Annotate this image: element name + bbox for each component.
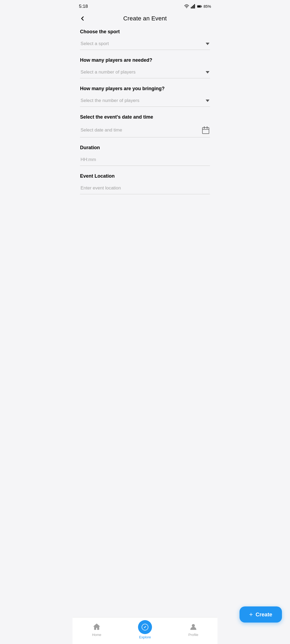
players-needed-section: How many players are needed? Select a nu… [80, 57, 210, 78]
battery-percentage: 85% [204, 4, 211, 9]
duration-input[interactable] [80, 154, 210, 166]
svg-rect-6 [201, 6, 202, 7]
players-bringing-label: How many players are you bringing? [80, 86, 210, 92]
location-input[interactable] [80, 183, 210, 194]
battery-icon [197, 4, 202, 9]
svg-point-0 [186, 8, 187, 8]
datetime-picker[interactable]: Select date and time [80, 124, 210, 137]
form-content: Choose the sport Select a sport How many… [73, 26, 218, 224]
players-needed-arrow [206, 71, 209, 74]
svg-rect-7 [197, 6, 201, 7]
players-bringing-section: How many players are you bringing? Selec… [80, 86, 210, 107]
location-label: Event Location [80, 173, 210, 179]
svg-rect-4 [194, 4, 195, 8]
players-bringing-arrow [206, 100, 209, 102]
sport-label: Choose the sport [80, 29, 210, 35]
duration-section: Duration [80, 145, 210, 166]
back-button[interactable] [78, 14, 87, 23]
back-arrow-icon [79, 15, 86, 22]
wifi-icon [184, 4, 189, 9]
sport-section: Choose the sport Select a sport [80, 29, 210, 50]
status-time: 5:18 [79, 4, 88, 9]
sport-placeholder: Select a sport [81, 41, 109, 46]
sport-dropdown[interactable]: Select a sport [80, 38, 210, 50]
duration-label: Duration [80, 145, 210, 151]
signal-icon [191, 4, 195, 9]
status-icons: 85% [184, 4, 211, 9]
location-section: Event Location [80, 173, 210, 194]
players-bringing-placeholder: Select the number of players [81, 98, 139, 103]
status-bar: 5:18 85% [73, 0, 218, 12]
datetime-placeholder: Select date and time [81, 127, 122, 133]
players-needed-placeholder: Select a number of players [81, 69, 136, 75]
svg-rect-1 [191, 7, 192, 8]
players-needed-label: How many players are needed? [80, 57, 210, 63]
calendar-icon [202, 126, 209, 134]
svg-rect-8 [202, 127, 209, 134]
players-needed-dropdown[interactable]: Select a number of players [80, 67, 210, 78]
svg-rect-2 [192, 6, 193, 9]
sport-dropdown-arrow [206, 43, 209, 45]
page-title: Create an Event [123, 15, 167, 22]
page-header: Create an Event [73, 12, 218, 26]
datetime-section: Select the event's date and time Select … [80, 114, 210, 137]
players-bringing-dropdown[interactable]: Select the number of players [80, 95, 210, 107]
datetime-label: Select the event's date and time [80, 114, 210, 120]
svg-rect-3 [193, 5, 194, 9]
